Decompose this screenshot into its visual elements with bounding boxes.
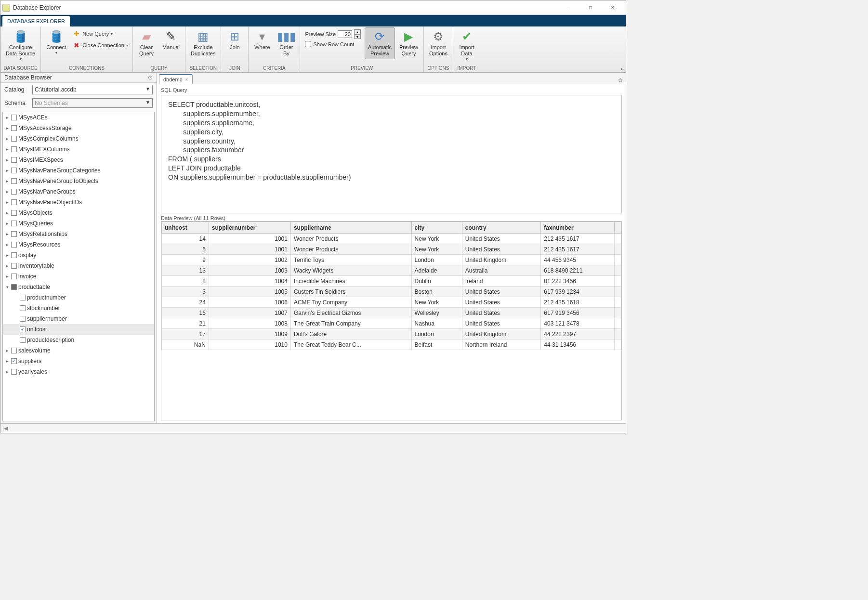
table-row[interactable]: 91002Terrific ToysLondonUnited Kingdom44… — [162, 255, 621, 265]
tree-checkbox[interactable] — [11, 146, 17, 152]
tree-item[interactable]: unitcost — [3, 324, 154, 335]
panel-options-icon[interactable]: ⊙ — [148, 74, 153, 81]
preview-size-input[interactable] — [338, 30, 352, 38]
tree-item[interactable]: suppliernumber — [3, 313, 154, 324]
expander-icon[interactable]: ▸ — [5, 348, 10, 353]
preview-size-up[interactable]: ▲ — [354, 29, 361, 34]
tree-item[interactable]: ▸inventorytable — [3, 261, 154, 271]
tree-checkbox[interactable] — [11, 348, 17, 353]
tree-checkbox[interactable] — [11, 242, 17, 248]
expander-icon[interactable]: ▸ — [5, 115, 10, 120]
tree-checkbox[interactable] — [20, 337, 26, 343]
expander-icon[interactable]: ▸ — [5, 221, 10, 226]
tree-checkbox[interactable] — [11, 358, 17, 364]
expander-icon[interactable]: ▸ — [5, 157, 10, 162]
expander-icon[interactable]: ▸ — [5, 147, 10, 152]
tree-checkbox[interactable] — [11, 125, 17, 131]
show-row-count-checkbox[interactable] — [305, 41, 311, 47]
table-tree[interactable]: ▸MSysACEs▸MSysAccessStorage▸MSysComplexC… — [2, 112, 155, 421]
where-button[interactable]: ▾ Where — [250, 27, 274, 53]
tree-item[interactable]: ▸MSysNavPaneGroups — [3, 186, 154, 197]
order-by-button[interactable]: ▮▮▮ Order By — [275, 27, 298, 59]
table-row[interactable]: NaN1010The Great Teddy Bear C...BelfastN… — [162, 339, 621, 350]
expander-icon[interactable]: ▸ — [5, 274, 10, 279]
tree-item[interactable]: ▸invoice — [3, 271, 154, 282]
tree-checkbox[interactable] — [11, 221, 17, 226]
tree-checkbox[interactable] — [20, 305, 26, 311]
manual-button[interactable]: ✎ Manual — [159, 27, 183, 53]
tree-checkbox[interactable] — [11, 168, 17, 173]
close-connection-button[interactable]: ✖ Close Connection — [70, 40, 131, 51]
tree-checkbox[interactable] — [11, 178, 17, 184]
table-row[interactable]: 161007Garvin's Electrical GizmosWellesle… — [162, 308, 621, 318]
configure-data-source-button[interactable]: 🛢️ Configure Data Source — [2, 27, 39, 64]
ribbon-collapse-icon[interactable]: ▴ — [620, 66, 623, 71]
tree-item[interactable]: ▸yearlysales — [3, 366, 154, 377]
expander-icon[interactable]: ▸ — [5, 189, 10, 194]
tree-item[interactable]: productdescription — [3, 335, 154, 345]
tree-item[interactable]: ▾producttable — [3, 282, 154, 292]
tree-item[interactable]: ▸MSysAccessStorage — [3, 123, 154, 133]
maximize-button[interactable]: □ — [579, 0, 602, 15]
tree-checkbox[interactable] — [11, 252, 17, 258]
tree-item[interactable]: ▸MSysIMEXSpecs — [3, 155, 154, 165]
expander-icon[interactable]: ▸ — [5, 253, 10, 258]
minimize-button[interactable]: – — [557, 0, 579, 15]
tree-checkbox[interactable] — [20, 326, 26, 332]
tree-item[interactable]: ▸MSysIMEXColumns — [3, 144, 154, 155]
tree-checkbox[interactable] — [11, 369, 17, 375]
automatic-preview-button[interactable]: ⟳ Automatic Preview — [365, 27, 395, 59]
tree-checkbox[interactable] — [11, 136, 17, 142]
expander-icon[interactable]: ▸ — [5, 232, 10, 236]
column-header[interactable]: city — [411, 222, 462, 234]
expander-icon[interactable]: ▸ — [5, 136, 10, 141]
table-row[interactable]: 81004Incredible MachinesDublinIreland01 … — [162, 276, 621, 287]
tree-checkbox[interactable] — [11, 115, 17, 120]
tree-checkbox[interactable] — [11, 274, 17, 279]
tree-item[interactable]: ▸MSysObjects — [3, 208, 154, 218]
tree-checkbox[interactable] — [20, 295, 26, 300]
expander-icon[interactable]: ▸ — [5, 200, 10, 205]
expander-icon[interactable]: ▸ — [5, 179, 10, 183]
column-header[interactable]: unitcost — [162, 222, 209, 234]
tree-checkbox[interactable] — [11, 263, 17, 269]
tree-checkbox[interactable] — [11, 199, 17, 205]
tree-item[interactable]: ▸MSysRelationships — [3, 229, 154, 239]
expander-icon[interactable]: ▸ — [5, 242, 10, 247]
table-row[interactable]: 241006ACME Toy CompanyNew YorkUnited Sta… — [162, 297, 621, 308]
tree-item[interactable]: stocknumber — [3, 303, 154, 313]
table-row[interactable]: 211008The Great Train CompanyNashuaUnite… — [162, 318, 621, 329]
tree-item[interactable]: ▸salesvolume — [3, 345, 154, 356]
expander-icon[interactable]: ▸ — [5, 369, 10, 374]
table-row[interactable]: 31005Custers Tin SoldiersBostonUnited St… — [162, 287, 621, 297]
expander-icon[interactable]: ▸ — [5, 359, 10, 364]
tab-options-icon[interactable]: ✿ — [618, 77, 623, 84]
preview-query-button[interactable]: ▶ Preview Query — [396, 27, 421, 59]
tab-close-icon[interactable]: × — [185, 77, 188, 82]
expander-icon[interactable]: ▸ — [5, 126, 10, 130]
tree-item[interactable]: ▸MSysComplexColumns — [3, 133, 154, 144]
tree-item[interactable]: ▸MSysACEs — [3, 112, 154, 123]
expander-icon[interactable]: ▸ — [5, 210, 10, 215]
import-data-button[interactable]: ✔ Import Data — [455, 27, 478, 64]
column-header[interactable]: suppliername — [290, 222, 411, 234]
tree-item[interactable]: productnumber — [3, 292, 154, 303]
catalog-dropdown[interactable]: C:\tutorial.accdb ▼ — [32, 85, 153, 94]
document-tab-dbdemo[interactable]: dbdemo × — [159, 74, 193, 84]
table-row[interactable]: 131003Wacky WidgetsAdelaideAustralia618 … — [162, 265, 621, 276]
expander-icon[interactable]: ▾ — [5, 285, 10, 289]
table-row[interactable]: 171009Doll's GaloreLondonUnited Kingdom4… — [162, 329, 621, 339]
expander-icon[interactable]: ▸ — [5, 168, 10, 173]
table-row[interactable]: 141001Wonder ProductsNew YorkUnited Stat… — [162, 234, 621, 244]
expander-icon[interactable]: ▸ — [5, 263, 10, 268]
column-header[interactable]: suppliernumber — [209, 222, 290, 234]
statusbar-nav-icon[interactable]: |◀ — [2, 425, 8, 431]
join-button[interactable]: ⊞ Join — [223, 27, 246, 53]
tree-checkbox[interactable] — [20, 316, 26, 322]
exclude-duplicates-button[interactable]: ▦ Exclude Duplicates — [187, 27, 219, 59]
column-header[interactable]: faxnumber — [541, 222, 615, 234]
tree-checkbox[interactable] — [11, 231, 17, 237]
tree-item[interactable]: ▸MSysNavPaneGroupToObjects — [3, 176, 154, 186]
column-header[interactable]: country — [462, 222, 541, 234]
tree-item[interactable]: ▸MSysNavPaneObjectIDs — [3, 197, 154, 208]
